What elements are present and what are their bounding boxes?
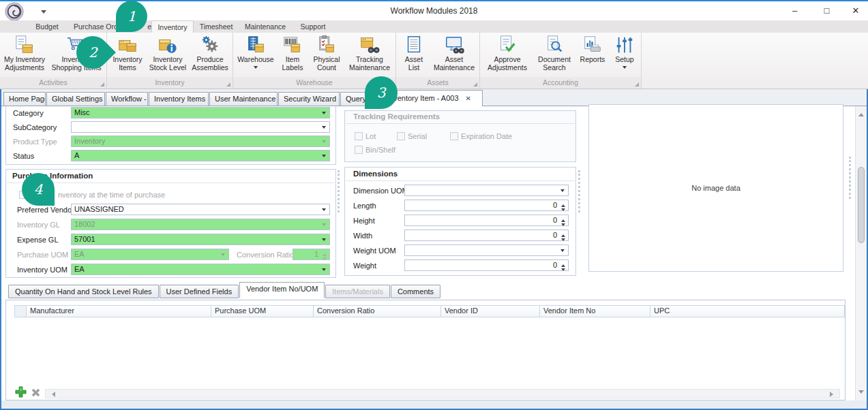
chevron-down-icon xyxy=(623,66,627,71)
callout-3: 3 xyxy=(365,76,398,109)
tab-items-materials: Items/Materials xyxy=(325,285,390,298)
ribbon-tab-maintenance[interactable]: Maintenance xyxy=(239,20,292,33)
bin-shelf-checkbox xyxy=(355,146,363,154)
purchase-uom-label: Purchase UOM xyxy=(17,251,68,259)
document-search-icon xyxy=(544,35,565,55)
vertical-splitter[interactable] xyxy=(849,157,851,199)
spinner-buttons[interactable] xyxy=(559,216,567,228)
ribbon-group-assets: Asset List Asset Maintenance Assets xyxy=(396,33,480,89)
status-combobox[interactable]: A xyxy=(71,150,330,161)
dimensions-title: Dimensions xyxy=(353,170,398,178)
height-spinner[interactable]: 0 xyxy=(404,215,569,226)
scroll-down-icon[interactable] xyxy=(858,390,864,396)
item-image-panel: No image data xyxy=(588,104,843,272)
dimension-uom-combobox[interactable] xyxy=(404,185,569,196)
my-inventory-adjustments-button[interactable]: My Inventory Adjustments xyxy=(1,34,48,72)
tab-quantity-on-hand[interactable]: Quantity On Hand and Stock Level Rules xyxy=(8,285,159,298)
detail-tab-bar: Quantity On Hand and Stock Level Rules U… xyxy=(8,284,441,298)
spinner-buttons[interactable] xyxy=(559,261,567,273)
scrollbar-thumb[interactable] xyxy=(858,167,865,243)
dialog-launcher-icon[interactable] xyxy=(226,82,230,86)
barcode-icon xyxy=(282,35,303,55)
inventory-uom-combobox[interactable]: EA xyxy=(71,264,330,275)
dimensions-panel: Dimensions Dimension UOM Length 0 Height… xyxy=(344,167,576,276)
item-labels-button[interactable]: Item Labels xyxy=(277,34,308,72)
classification-panel: Category Misc SubCategory Product Type I… xyxy=(5,106,336,165)
column-header-vendor-item-no[interactable]: Vendor Item No xyxy=(540,306,650,317)
column-header-purchase-uom[interactable]: Purchase UOM xyxy=(211,306,314,317)
produce-assemblies-button[interactable]: Produce Assemblies xyxy=(189,34,231,72)
purchase-information-title: Purchase Information xyxy=(12,172,93,180)
inventory-gl-combobox: 18002 xyxy=(71,219,330,230)
warehouse-button[interactable]: Warehouse xyxy=(235,34,277,72)
approve-adjustments-button[interactable]: Approve Adjustments xyxy=(481,34,533,72)
warehouse-icon xyxy=(245,35,266,55)
tab-vendor-item-no-uom[interactable]: Vendor Item No/UOM xyxy=(239,282,325,298)
document-search-button[interactable]: Document Search xyxy=(533,34,575,72)
close-tab-icon[interactable]: ✕ xyxy=(466,92,471,105)
tab-comments[interactable]: Comments xyxy=(391,285,440,298)
scroll-left-icon[interactable] xyxy=(49,392,55,397)
callout-1: 1 xyxy=(116,1,147,32)
column-header-upc[interactable]: UPC xyxy=(650,306,844,317)
tracking-maintenance-button[interactable]: Tracking Maintenance xyxy=(345,34,394,72)
scroll-right-icon[interactable] xyxy=(830,392,836,397)
weight-uom-combobox[interactable] xyxy=(404,245,569,256)
column-header-manufacturer[interactable]: Manufacturer xyxy=(27,306,211,317)
dialog-launcher-icon[interactable] xyxy=(100,82,104,86)
doc-tab-workflow[interactable]: Workflow - xyxy=(106,92,148,106)
delete-row-button[interactable] xyxy=(31,388,41,398)
inventory-items-icon xyxy=(117,35,138,55)
add-row-button[interactable] xyxy=(15,386,27,398)
tracking-requirements-title: Tracking Requirements xyxy=(353,112,440,121)
dialog-launcher-icon[interactable] xyxy=(635,82,639,86)
maximize-button[interactable]: □ xyxy=(811,1,842,20)
box-binoculars-icon xyxy=(359,35,380,55)
dialog-launcher-icon[interactable] xyxy=(473,82,477,86)
ribbon-tab-support[interactable]: Support xyxy=(292,20,334,33)
width-spinner[interactable]: 0 xyxy=(404,230,569,241)
lot-checkbox xyxy=(355,132,363,140)
weight-uom-label: Weight UOM xyxy=(353,247,396,255)
length-spinner[interactable]: 0 xyxy=(404,200,569,211)
vertical-splitter[interactable] xyxy=(338,170,340,212)
category-combobox[interactable]: Misc xyxy=(71,107,330,119)
asset-list-button[interactable]: Asset List xyxy=(398,34,430,72)
callout-4: 4 xyxy=(22,173,55,206)
close-button[interactable]: ✕ xyxy=(843,1,868,20)
doc-tab-user-maintenance[interactable]: User Maintenance xyxy=(209,92,278,106)
tab-user-defined-fields[interactable]: User Defined Fields xyxy=(160,285,239,298)
doc-tab-home-page[interactable]: Home Page xyxy=(3,92,46,106)
reports-button[interactable]: Reports xyxy=(575,34,610,65)
inventory-stock-level-button[interactable]: Inventory Stock Level xyxy=(147,34,189,72)
doc-tab-inventory-items[interactable]: Inventory Items xyxy=(149,92,209,106)
spinner-buttons xyxy=(320,250,328,262)
setup-sliders-icon xyxy=(614,35,635,55)
scroll-up-icon[interactable] xyxy=(858,110,864,116)
expiration-date-checkbox xyxy=(450,132,458,140)
ribbon: My Inventory Adjustments Inventory Shopp… xyxy=(0,33,868,89)
vertical-splitter[interactable] xyxy=(578,170,580,212)
vertical-scrollbar[interactable] xyxy=(855,106,867,400)
minimize-button[interactable]: – xyxy=(779,1,810,20)
dimension-uom-label: Dimension UOM xyxy=(353,187,408,195)
preferred-vendor-combobox[interactable]: UNASSIGNED xyxy=(71,204,330,215)
column-header-vendor-id[interactable]: Vendor ID xyxy=(441,306,540,317)
subcategory-combobox[interactable] xyxy=(71,121,330,133)
doc-tab-security-wizard[interactable]: Security Wizard xyxy=(278,92,340,106)
chevron-down-icon xyxy=(254,66,258,71)
physical-count-button[interactable]: Physical Count xyxy=(308,34,345,72)
column-header-conversion-ratio[interactable]: Conversion Ratio xyxy=(314,306,441,317)
ribbon-tab-timesheet[interactable]: Timesheet xyxy=(194,20,239,33)
expense-gl-combobox[interactable]: 57001 xyxy=(71,234,330,245)
weight-spinner[interactable]: 0 xyxy=(404,259,569,271)
spinner-buttons[interactable] xyxy=(559,231,567,243)
ribbon-tab-inventory[interactable]: Inventory xyxy=(151,20,194,33)
setup-button[interactable]: Setup xyxy=(610,34,640,72)
horizontal-scrollbar[interactable] xyxy=(45,389,840,398)
bin-shelf-checkbox-label: Bin/Shelf xyxy=(365,146,395,154)
ribbon-tab-budget[interactable]: Budget xyxy=(31,20,63,33)
asset-maintenance-button[interactable]: Asset Maintenance xyxy=(430,34,478,72)
doc-tab-global-settings[interactable]: Global Settings xyxy=(46,92,105,106)
spinner-buttons[interactable] xyxy=(559,201,567,213)
